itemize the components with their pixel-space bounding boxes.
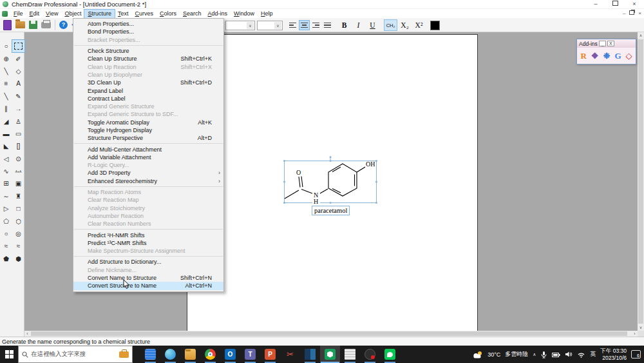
taskbar-mail-app[interactable] xyxy=(140,346,160,363)
table-tool[interactable]: ⊞ xyxy=(0,177,12,190)
aromatic-ring-tool[interactable]: ⬢ xyxy=(12,253,24,265)
menu-item-expand-label[interactable]: Expand Label xyxy=(73,86,223,94)
help-icon[interactable]: ? xyxy=(59,21,68,29)
menu-item-check-structure[interactable]: Check Structure xyxy=(73,47,223,55)
menu-item-autonumber-reaction[interactable]: Autonumber Reaction xyxy=(73,212,223,220)
briefcase-icon[interactable] xyxy=(119,351,129,358)
menu-item-bracket-properties[interactable]: Bracket Properties... xyxy=(73,36,223,44)
menu-structure[interactable]: Structure xyxy=(84,10,115,18)
menu-text[interactable]: Text xyxy=(115,10,132,18)
menu-help[interactable]: Help xyxy=(258,10,276,18)
menu-item-toggle-hydrogen-display[interactable]: Toggle Hydrogen Display xyxy=(73,126,223,134)
menu-search[interactable]: Search xyxy=(180,10,205,18)
align-justify-button[interactable] xyxy=(322,20,333,30)
chair-cyclohexane-2-tool[interactable]: ≈ xyxy=(12,240,24,252)
doc-restore-button[interactable] xyxy=(629,10,634,17)
menu-item-clean-up-biopolymer[interactable]: Clean Up Biopolymer xyxy=(73,71,223,79)
italic-button[interactable]: I xyxy=(352,19,365,31)
scroll-right-arrow[interactable]: › xyxy=(632,331,638,337)
bracket-tool[interactable]: [] xyxy=(12,140,24,152)
menu-window[interactable]: Window xyxy=(231,10,258,18)
font-family-select[interactable]: ∨ xyxy=(225,21,255,30)
speaker-icon[interactable] xyxy=(565,351,573,358)
start-button[interactable] xyxy=(0,346,18,363)
chevron-up-icon[interactable]: ∧ xyxy=(533,352,536,357)
wavy-bond-tool[interactable]: ∿ xyxy=(0,165,12,177)
taskbar-snipping-tool[interactable]: ✂ xyxy=(280,346,300,363)
rotate-tool[interactable]: ⊕ xyxy=(0,52,12,64)
rectangle-tool[interactable]: ▭ xyxy=(12,128,24,140)
stamp-tool[interactable]: ♜ xyxy=(12,190,24,202)
pen-tool[interactable]: ✎ xyxy=(12,90,24,103)
align-right-button[interactable] xyxy=(310,20,321,30)
selection-handles[interactable] xyxy=(283,157,377,204)
solid-bond-tool[interactable]: ╲ xyxy=(0,65,12,77)
menu-curves[interactable]: Curves xyxy=(131,10,156,18)
lasso-tool[interactable]: ○ xyxy=(0,40,12,52)
menu-item-atom-properties[interactable]: Atom Properties... xyxy=(73,20,223,28)
addins-minimize-button[interactable]: _ xyxy=(599,41,606,46)
taskbar-file-explorer[interactable] xyxy=(180,346,200,363)
cyclopentadiene-ring-tool[interactable]: ⬟ xyxy=(0,253,12,265)
menu-item-expand-generic-structure-to-sdf[interactable]: Expand Generic Structure to SDF... xyxy=(73,110,223,118)
taskbar-clock[interactable]: 下午 03:30 2023/10/6 xyxy=(600,348,627,360)
hydroxyl-label[interactable]: OH xyxy=(366,161,375,168)
menu-file[interactable]: File xyxy=(10,10,26,18)
hashed-wedge-bond-tool[interactable]: ◢ xyxy=(0,115,12,127)
taskbar-powerpoint[interactable]: P xyxy=(260,346,280,363)
bold-bond-tool[interactable]: ▬ xyxy=(0,128,12,140)
scroll-down-arrow[interactable]: ∨ xyxy=(638,324,644,331)
google-addin-icon[interactable]: G xyxy=(614,52,621,60)
wedge-bond-tool[interactable]: ◣ xyxy=(0,140,12,152)
carbonyl-oxygen-label[interactable]: O xyxy=(296,169,301,176)
selection-box[interactable] xyxy=(285,156,377,203)
open-file-icon[interactable] xyxy=(15,21,25,28)
curve-tool[interactable]: ∼ xyxy=(0,190,12,202)
cyclopropane-ring-tool[interactable]: ▷ xyxy=(0,202,12,215)
superscript-button[interactable]: X² xyxy=(412,19,426,31)
menu-item-3d-clean-up[interactable]: 3D Clean UpShift+Ctrl+D xyxy=(73,79,223,86)
tray-weather-text[interactable]: 多雲時陰 xyxy=(505,350,528,358)
menu-item-structure-perspective[interactable]: Structure PerspectiveAlt+D xyxy=(73,134,223,142)
menu-colors[interactable]: Colors xyxy=(156,10,180,18)
menu-item-clean-up-structure[interactable]: Clean Up StructureShift+Ctrl+K xyxy=(73,55,223,63)
doc-minimize-button[interactable]: – xyxy=(623,10,625,17)
font-size-select[interactable]: ∨ xyxy=(257,21,283,30)
menu-item-add-variable-attachment[interactable]: Add Variable Attachment xyxy=(73,153,223,161)
save-icon[interactable] xyxy=(29,21,37,29)
menu-item-define-nickname[interactable]: Define Nickname... xyxy=(73,266,223,274)
structure-3d-addin-icon[interactable]: ❖ xyxy=(591,52,599,60)
scroll-up-arrow[interactable]: ∧ xyxy=(638,32,644,39)
addins-title-bar[interactable]: Add-ins _ X xyxy=(577,39,636,48)
cyclohexane-ring-tool[interactable]: ⬡ xyxy=(12,215,24,227)
menu-item-predict-h-nmr-shifts[interactable]: Predict ¹H-NMR Shifts xyxy=(73,231,223,239)
menu-item-contract-label[interactable]: Contract Label xyxy=(73,95,223,103)
molecule-name-textbox[interactable]: paracetamol xyxy=(312,206,350,215)
menu-edit[interactable]: Edit xyxy=(26,10,43,18)
atom-map-tool[interactable]: A+A xyxy=(12,165,24,177)
battery-icon[interactable] xyxy=(552,351,560,358)
ime-indicator[interactable]: 英 xyxy=(590,350,596,358)
hollow-wedge-bond-tool[interactable]: ◁ xyxy=(0,153,12,165)
taskbar-outlook[interactable]: O xyxy=(220,346,240,363)
menu-view[interactable]: View xyxy=(43,10,61,18)
align-left-button[interactable] xyxy=(287,20,298,30)
cyclopentane-ring-tool[interactable]: ⬠ xyxy=(0,215,12,227)
scroll-left-arrow[interactable]: ‹ xyxy=(24,331,30,337)
arrow-tool[interactable]: → xyxy=(12,103,24,115)
taskbar-teams[interactable]: T xyxy=(240,346,260,363)
tray-temperature[interactable]: 30°C xyxy=(488,351,500,358)
horizontal-scroll-thumb[interactable] xyxy=(31,331,627,336)
window-maximize-button[interactable] xyxy=(605,0,625,8)
menu-add-ins[interactable]: Add-ins xyxy=(205,10,231,18)
taskbar-line[interactable] xyxy=(380,346,400,363)
chair-cyclohexane-1-tool[interactable]: ≈ xyxy=(0,240,12,252)
color-swatch[interactable] xyxy=(430,21,440,30)
menu-item-add-structure-to-dictionary[interactable]: Add Structure to Dictionary... xyxy=(73,258,223,266)
menu-item-predict-c-nmr-shifts[interactable]: Predict ¹³C-NMR Shifts xyxy=(73,239,223,247)
menu-item-add-multi-center-attachment[interactable]: Add Multi-Center Attachment xyxy=(73,145,223,153)
menu-item-r-logic-query[interactable]: R-Logic Query... xyxy=(73,161,223,169)
nh-hydrogen-label[interactable]: H xyxy=(314,198,318,205)
menu-item-clean-up-reaction[interactable]: Clean Up ReactionShift+Ctrl+X xyxy=(73,63,223,70)
menu-item-enhanced-stereochemistry[interactable]: Enhanced Stereochemistry› xyxy=(73,177,223,185)
